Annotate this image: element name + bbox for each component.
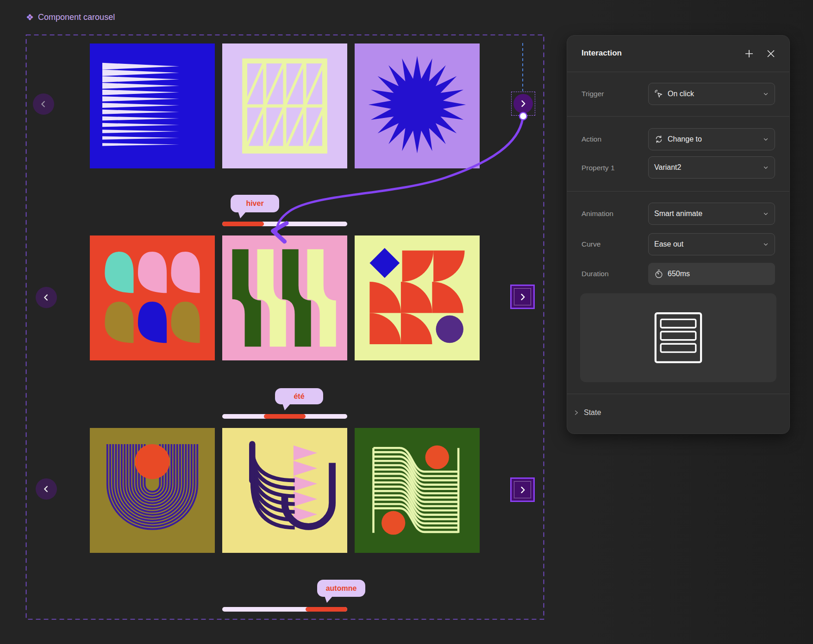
property1-value: Variant2 [654,163,758,172]
property1-dropdown[interactable]: Variant2 [648,156,775,179]
plus-icon [744,49,754,59]
panel-divider [567,72,789,72]
curve-value: Ease out [654,240,758,248]
stopwatch-icon [654,269,663,279]
action-label: Action [582,135,646,143]
variant-preview[interactable] [580,293,776,382]
chevron-left-icon [41,484,51,494]
tooltip-ete: été [275,388,323,404]
selection-dotted-outline [514,288,531,305]
progress-bar-row1 [222,222,347,226]
chevron-down-icon [763,164,769,171]
state-section-toggle[interactable]: State [573,409,601,417]
cursor-click-icon [654,89,663,99]
tile-row1-col3[interactable] [355,43,480,168]
change-to-icon [654,135,663,144]
trigger-dropdown[interactable]: On click [648,83,775,105]
property1-label: Property 1 [582,164,646,172]
animation-label: Animation [582,210,646,218]
duration-field[interactable]: 650ms [648,263,775,285]
tile-row3-col2[interactable] [222,428,347,553]
chevron-left-icon [38,99,49,109]
trigger-label: Trigger [582,90,646,98]
next-button-row3[interactable] [510,477,535,502]
animation-value: Smart animate [654,210,758,218]
action-value: Change to [668,135,758,143]
prev-button-row2[interactable] [36,287,57,308]
tile-row2-col1[interactable] [90,235,215,360]
tile-row3-col1[interactable] [90,428,215,553]
tile-artwork [90,43,215,168]
duration-value: 650ms [668,270,769,278]
action-dropdown[interactable]: Change to [648,128,775,150]
panel-title: Interaction [582,49,622,58]
next-button-row2[interactable] [510,285,535,309]
variant-stack-icon [654,311,702,365]
chevron-left-icon [41,292,51,303]
panel-divider [567,191,789,192]
tile-row1-col1[interactable] [90,43,215,168]
tooltip-automne: automne [317,580,365,597]
chevron-right-icon [519,99,528,108]
next-button-row1[interactable] [513,94,533,113]
tile-row2-col2[interactable] [222,235,347,360]
trigger-value: On click [668,90,758,98]
interaction-panel: Interaction Trigger On click Action Chan… [567,35,790,434]
progress-active-segment [306,607,347,612]
chevron-down-icon [763,241,769,248]
selection-dotted-outline [514,481,531,498]
tile-artwork [90,235,215,360]
tile-row2-col3[interactable] [355,235,480,360]
next-button-row1-selected[interactable] [511,92,535,116]
chevron-down-icon [763,91,769,97]
prev-button-row1[interactable] [33,93,54,115]
tile-row3-col3[interactable] [355,428,480,553]
progress-active-segment [222,222,264,226]
tile-artwork [355,235,480,360]
add-interaction-button[interactable] [743,48,755,60]
tile-artwork [222,235,347,360]
curve-label: Curve [582,240,646,248]
panel-divider [567,394,789,394]
curve-dropdown[interactable]: Ease out [648,233,775,255]
tile-artwork [222,43,347,168]
state-label: State [584,409,601,417]
chevron-down-icon [763,211,769,217]
tile-artwork [355,43,480,168]
tooltip-tail [237,211,246,219]
panel-divider [567,116,789,117]
tile-row1-col2[interactable] [222,43,347,168]
progress-bar-row2 [222,414,347,419]
tile-artwork [90,428,215,553]
duration-label: Duration [582,270,646,278]
tooltip-tail [324,596,333,603]
tooltip-label: automne [326,584,357,593]
close-icon [766,49,776,59]
tooltip-hiver: hiver [231,195,279,212]
animation-dropdown[interactable]: Smart animate [648,203,775,225]
chevron-down-icon [763,136,769,142]
progress-active-segment [264,414,306,419]
progress-bar-row3 [222,607,347,612]
tile-artwork [355,428,480,553]
close-panel-button[interactable] [765,48,777,60]
prev-button-row3[interactable] [36,478,57,500]
tooltip-label: été [294,392,304,401]
tooltip-tail [281,403,291,411]
tooltip-label: hiver [246,199,263,208]
chevron-right-icon [573,409,580,416]
tile-artwork [222,428,347,553]
